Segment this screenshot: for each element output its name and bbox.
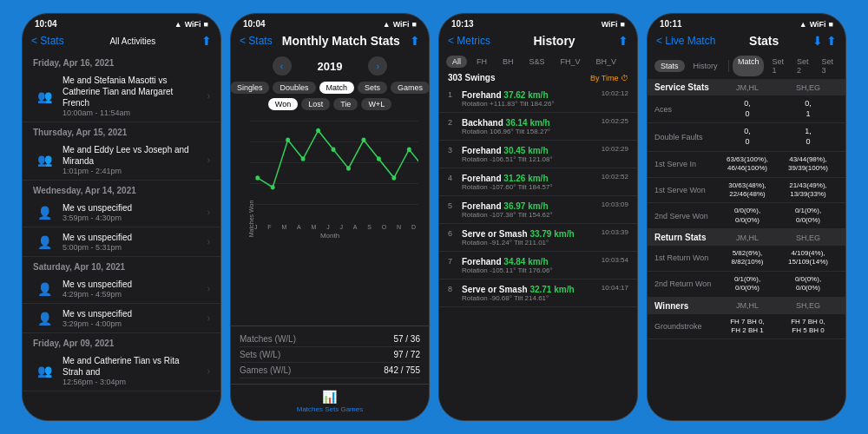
chevron-right-icon: › <box>207 155 210 165</box>
svg-point-19 <box>391 175 396 180</box>
stat-val-2rw-1: 0/1(0%),0/0(0%) <box>717 275 778 293</box>
status-bar-1: 10:04 ▲WiFi■ <box>23 14 220 30</box>
activity-item[interactable]: 👤 Me vs unspecified 3:59pm - 4:30pm › <box>23 198 220 227</box>
stat-name-1rw: 1st Return Won <box>654 253 717 262</box>
nav-export-4[interactable]: ⬆ <box>826 34 837 48</box>
nav-export-2[interactable]: ⬆ <box>410 34 420 48</box>
chevron-right-icon: › <box>207 284 210 293</box>
activity-item[interactable]: 👤 Me vs unspecified 3:29pm - 4:00pm › <box>23 304 220 333</box>
filter-sets[interactable]: Sets <box>358 82 387 94</box>
match-tab-set1[interactable]: Set 1 <box>766 56 789 76</box>
swing-item[interactable]: 1 Forehand 37.62 km/h Rotation +111.83° … <box>439 85 637 113</box>
nav-actions-4: ⬇ ⬆ <box>812 34 837 48</box>
stat-row-1rw: 1st Return Won 5/82(6%),8/82(10%) 4/109(… <box>648 246 845 272</box>
match-tab-set2[interactable]: Set 2 <box>792 56 814 76</box>
stat-name-df: Double Faults <box>654 133 717 141</box>
stat-val-2rw-2: 0/0(0%),0/0(0%) <box>778 275 838 293</box>
tabs-row: Stats History Match Set 1 Set 2 Set 3 <box>648 53 845 79</box>
swing-item[interactable]: 5 Forehand 36.97 km/h Rotation -107.38° … <box>439 196 637 224</box>
filter-match[interactable]: Match <box>319 82 355 94</box>
nav-back-1[interactable]: < Stats <box>31 35 64 47</box>
service-stats-header: Service Stats JM,HL SH,EG <box>648 79 845 95</box>
stat-row-gs: Groundstroke FH 7 BH 0,FH 2 BH 1 FH 7 BH… <box>648 314 845 340</box>
filter-singles[interactable]: Singles <box>231 82 269 94</box>
filter-won[interactable]: Won <box>268 98 298 110</box>
swing-type: Backhand 36.14 km/h <box>462 118 550 128</box>
stats-row-games: Games (W/L) 842 / 755 <box>240 363 420 378</box>
match-tabs: Match Set 1 Set 2 Set 3 <box>733 56 838 76</box>
nav-export-3[interactable]: ⬆ <box>618 34 628 48</box>
swing-detail: Rotation -105.11° Tilt 176.06° <box>462 266 596 274</box>
prev-year-button[interactable]: ‹ <box>273 56 292 76</box>
svg-point-15 <box>332 147 336 151</box>
activity-info: Me and Catherine Tian vs Rita Strah and … <box>62 355 201 386</box>
date-header-5: Friday, Apr 09, 2021 <box>23 333 220 351</box>
swing-type: Forehand 34.84 km/h <box>462 257 549 266</box>
return-stats-header: Return Stats JM,HL SH,EG <box>648 229 845 246</box>
filter-lost[interactable]: Lost <box>301 98 330 110</box>
swing-item[interactable]: 3 Forehand 30.45 km/h Rotation -106.51° … <box>439 141 637 168</box>
filter-wl[interactable]: W+L <box>361 98 391 110</box>
filter-games[interactable]: Games <box>391 82 429 94</box>
by-time-label[interactable]: By Time ⏱ <box>590 74 628 82</box>
status-bar-2: 10:04 ▲WiFi■ <box>231 14 429 30</box>
activity-info: Me vs unspecified 4:29pm - 4:59pm <box>62 279 201 299</box>
return-col-jm-hl: JM,HL <box>717 233 778 242</box>
y-axis-label: Matches Won <box>248 201 254 238</box>
filter-fhv[interactable]: FH_V <box>555 56 587 68</box>
metrics-content: All FH BH S&S FH_V BH_V 303 Swings By Ti… <box>439 53 637 420</box>
swing-info: Backhand 36.14 km/h Rotation 106.96° Til… <box>462 117 596 135</box>
nav-export-1[interactable]: ⬆ <box>201 34 212 48</box>
activity-info: Me and Stefania Masotti vs Catherine Tia… <box>62 75 201 117</box>
swing-time: 10:02:12 <box>602 89 628 97</box>
swing-item[interactable]: 6 Serve or Smash 33.79 km/h Rotation -91… <box>439 224 637 252</box>
bottom-tab-matches-sets-games[interactable]: 📊 Matches Sets Games <box>297 390 363 413</box>
filter-doubles[interactable]: Doubles <box>273 82 315 94</box>
stats-row-matches: Matches (W/L) 57 / 36 <box>240 332 420 347</box>
match-tab-match[interactable]: Match <box>733 56 765 76</box>
activity-item[interactable]: 👥 Me and Stefania Masotti vs Catherine T… <box>23 70 220 122</box>
swing-detail: Rotation -107.38° Tilt 154.62° <box>462 211 596 219</box>
return-stats-title: Return Stats <box>654 233 717 242</box>
metrics-filter: All FH BH S&S FH_V BH_V <box>439 53 637 70</box>
nav-back-3[interactable]: < Metrics <box>448 35 490 47</box>
filter-all[interactable]: All <box>446 56 467 68</box>
activity-item[interactable]: 👥 Me and Catherine Tian vs Rita Strah an… <box>23 351 220 391</box>
stat-row-2sw: 2nd Serve Won 0/0(0%),0/0(0%) 0/1(0%),0/… <box>648 203 845 229</box>
filter-tie[interactable]: Tie <box>333 98 358 110</box>
activity-item[interactable]: 👥 Me and Eddy Lee vs Joseph and Miranda … <box>23 140 220 181</box>
svg-point-11 <box>271 185 275 189</box>
winners-title: Winners <box>654 301 717 311</box>
activity-time: 3:29pm - 4:00pm <box>62 319 201 328</box>
swing-type: Forehand 30.45 km/h <box>462 146 549 155</box>
stats-icon: 📊 <box>322 390 337 404</box>
stat-name-aces: Aces <box>654 105 717 114</box>
svg-point-10 <box>255 175 260 180</box>
stats-row-sets: Sets (W/L) 97 / 72 <box>240 347 420 363</box>
filter-bh[interactable]: BH <box>496 56 520 68</box>
nav-title-3: History <box>533 34 575 48</box>
nav-all-activities[interactable]: All Activities <box>109 36 155 46</box>
activity-item[interactable]: 👤 Me vs unspecified 5:00pm - 5:31pm › <box>23 227 220 257</box>
activity-item[interactable]: 👤 Me vs unspecified 4:29pm - 4:59pm › <box>23 274 220 304</box>
tab-history[interactable]: History <box>687 60 724 72</box>
swing-info: Serve or Smash 32.71 km/h Rotation -90.6… <box>462 284 596 302</box>
filter-ss[interactable]: S&S <box>523 56 551 68</box>
activity-time: 5:00pm - 5:31pm <box>62 243 201 252</box>
match-tab-set3[interactable]: Set 3 <box>816 56 838 76</box>
swing-info: Forehand 37.62 km/h Rotation +111.83° Ti… <box>462 89 596 108</box>
next-year-button[interactable]: › <box>368 56 387 76</box>
swing-item[interactable]: 7 Forehand 34.84 km/h Rotation -105.11° … <box>439 252 637 279</box>
swing-item[interactable]: 4 Forehand 31.26 km/h Rotation -107.60° … <box>439 168 637 196</box>
swing-detail: Rotation +111.83° Tilt 184.26° <box>462 100 596 108</box>
tennis-players-icon: 👤 <box>33 205 56 220</box>
filter-bhv[interactable]: BH_V <box>590 56 623 68</box>
nav-back-4[interactable]: < Live Match <box>656 35 715 47</box>
nav-download-4[interactable]: ⬇ <box>812 34 823 48</box>
swing-item[interactable]: 8 Serve or Smash 32.71 km/h Rotation -90… <box>439 279 637 307</box>
swing-item[interactable]: 2 Backhand 36.14 km/h Rotation 106.96° T… <box>439 113 637 141</box>
tab-stats[interactable]: Stats <box>654 60 685 72</box>
nav-back-2[interactable]: < Stats <box>240 35 273 47</box>
chevron-right-icon: › <box>207 366 210 376</box>
filter-fh[interactable]: FH <box>470 56 493 68</box>
